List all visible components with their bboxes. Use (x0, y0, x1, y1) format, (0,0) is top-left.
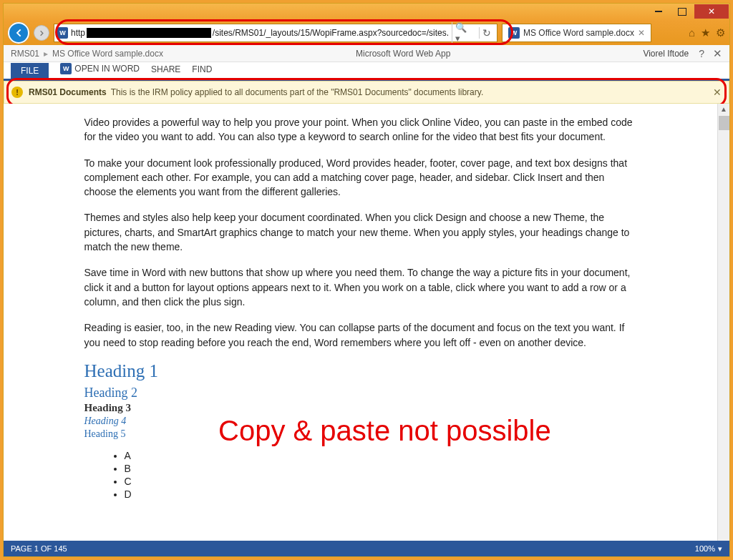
zoom-value: 100% (695, 544, 715, 553)
browser-toolbar: ⌂ ★ ⚙ (689, 26, 725, 39)
breadcrumb-doc[interactable]: MS Office Word sample.docx (52, 49, 163, 59)
notification-close-icon[interactable]: ✕ (713, 87, 722, 98)
user-name[interactable]: Viorel Iftode (643, 49, 689, 59)
word-icon (60, 63, 72, 74)
paragraph: To make your document look professionall… (84, 156, 637, 200)
heading-2: Heading 2 (84, 385, 637, 401)
maximize-button[interactable] (671, 4, 694, 19)
address-bar[interactable]: http /sites/RMS01/_layouts/15/WopiFrame.… (54, 24, 497, 42)
document-scroll[interactable]: Video provides a powerful way to help yo… (4, 104, 717, 541)
file-tab[interactable]: FILE (11, 63, 49, 79)
zoom-control[interactable]: 100% ▾ (695, 544, 722, 554)
open-in-word-label: OPEN IN WORD (74, 64, 140, 74)
status-bar: PAGE 1 OF 145 100% ▾ (4, 541, 729, 556)
url-suffix: /sites/RMS01/_layouts/15/WopiFrame.aspx?… (213, 28, 449, 38)
heading-3: Heading 3 (84, 402, 637, 414)
url-text: http /sites/RMS01/_layouts/15/WopiFrame.… (71, 28, 449, 38)
paragraph: Themes and styles also help keep your do… (84, 210, 637, 254)
list-item: D (125, 488, 637, 500)
list-item: A (125, 450, 637, 461)
address-row: http /sites/RMS01/_layouts/15/WopiFrame.… (4, 21, 729, 45)
help-icon[interactable]: ? (699, 48, 704, 59)
back-button[interactable] (8, 22, 29, 44)
close-viewer-icon[interactable]: ✕ (713, 47, 722, 60)
scroll-up-icon[interactable]: ▲ (720, 104, 727, 114)
paragraph: Video provides a powerful way to help yo… (84, 115, 637, 144)
breadcrumb-site[interactable]: RMS01 (11, 49, 39, 59)
reload-button[interactable]: ↻ (479, 27, 494, 39)
forward-button[interactable] (34, 25, 49, 41)
search-icon[interactable]: 🔍 ▾ (452, 22, 476, 44)
notification-text: This is the IRM policy applied to all do… (111, 87, 484, 97)
heading-4: Heading 4 (84, 416, 637, 427)
title-bar (4, 4, 729, 21)
bullet-list: A B C D (125, 450, 637, 500)
heading-5: Heading 5 (84, 428, 637, 440)
document-viewport: Video provides a powerful way to help yo… (4, 104, 729, 541)
tab-close-icon[interactable]: ✕ (638, 28, 645, 38)
url-prefix: http (71, 28, 85, 38)
settings-icon[interactable]: ⚙ (716, 26, 725, 39)
warning-icon (11, 87, 23, 98)
find-button[interactable]: FIND (192, 64, 212, 79)
page-indicator[interactable]: PAGE 1 OF 145 (11, 544, 67, 553)
minimize-button[interactable] (647, 4, 670, 19)
url-redacted (87, 28, 211, 38)
chevron-down-icon: ▾ (718, 544, 722, 554)
tab-title: MS Office Word sample.docx (523, 28, 634, 38)
app-name: Microsoft Word Web App (163, 49, 643, 59)
favorites-icon[interactable]: ★ (701, 26, 710, 39)
word-icon (57, 27, 68, 39)
irm-notification: RMS01 Documents This is the IRM policy a… (4, 81, 729, 104)
breadcrumb-row: RMS01 ▸ MS Office Word sample.docx Micro… (4, 45, 729, 62)
paragraph: Reading is easier, too, in the new Readi… (84, 320, 637, 350)
list-item: C (125, 476, 637, 487)
paragraph: Save time in Word with new buttons that … (84, 265, 637, 309)
notification-wrap: RMS01 Documents This is the IRM policy a… (4, 81, 729, 104)
open-in-word-button[interactable]: OPEN IN WORD (60, 63, 140, 79)
close-window-button[interactable] (694, 4, 729, 19)
browser-tab[interactable]: MS Office Word sample.docx ✕ (502, 24, 651, 42)
breadcrumb-sep: ▸ (44, 49, 48, 59)
word-icon (508, 27, 520, 39)
ribbon: FILE OPEN IN WORD SHARE FIND (4, 62, 729, 81)
heading-1: Heading 1 (84, 361, 637, 381)
share-button[interactable]: SHARE (151, 64, 180, 79)
vertical-scrollbar[interactable]: ▲ (717, 104, 729, 541)
scroll-thumb[interactable] (719, 116, 729, 130)
notification-title: RMS01 Documents (29, 87, 107, 97)
document-page: Video provides a powerful way to help yo… (67, 108, 654, 530)
home-icon[interactable]: ⌂ (689, 26, 695, 39)
browser-window: http /sites/RMS01/_layouts/15/WopiFrame.… (3, 3, 730, 557)
list-item: B (125, 463, 637, 474)
